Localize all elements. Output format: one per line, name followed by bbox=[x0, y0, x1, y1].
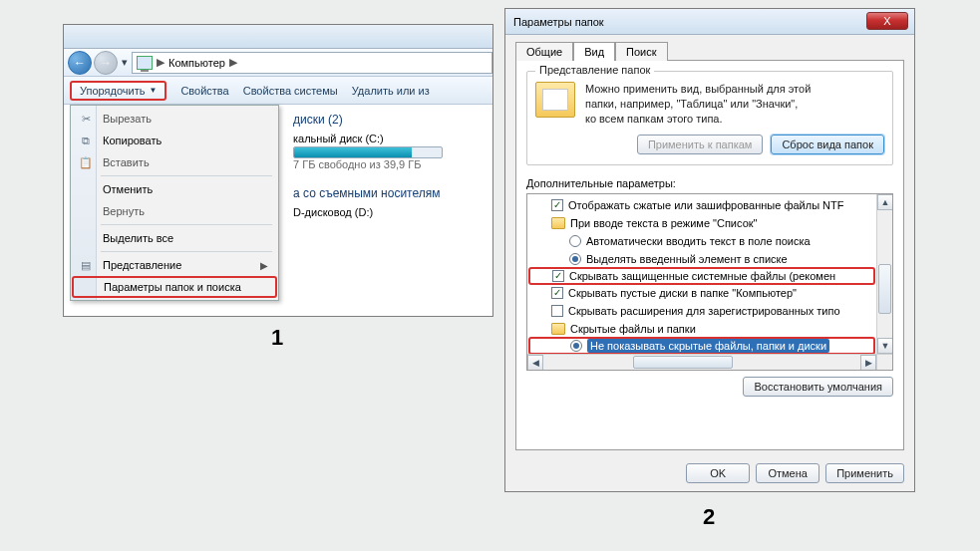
toolbar-remove[interactable]: Удалить или из bbox=[352, 85, 430, 97]
local-disk-label: кальный диск (C:) bbox=[293, 133, 384, 144]
opt-highlight-typed[interactable]: Выделять введенный элемент в списке bbox=[529, 250, 874, 268]
menu-cut[interactable]: ✂ Вырезать bbox=[73, 108, 276, 130]
opt-show-encrypted-label: Отображать сжатые или зашифрованные файл… bbox=[568, 199, 843, 211]
toolbar-properties[interactable]: Свойства bbox=[180, 85, 228, 97]
scroll-up-icon[interactable]: ▲ bbox=[877, 194, 893, 210]
removable-heading: а со съемными носителям bbox=[293, 186, 487, 200]
radio-icon[interactable] bbox=[569, 235, 581, 247]
drive-usage-fill bbox=[294, 147, 412, 157]
menu-undo-label: Отменить bbox=[103, 183, 153, 195]
opt-hide-protected[interactable]: ✓ Скрывать защищенные системные файлы (р… bbox=[528, 267, 875, 285]
opt-hidden-group-label: Скрытые файлы и папки bbox=[570, 323, 696, 335]
restore-defaults-button[interactable]: Восстановить умолчания bbox=[743, 377, 893, 397]
scroll-right-icon[interactable]: ▶ bbox=[860, 355, 876, 371]
scroll-thumb[interactable] bbox=[633, 356, 733, 369]
crumb-sep-icon: ▶ bbox=[157, 56, 164, 69]
dialog-title: Параметры папок bbox=[513, 16, 604, 28]
radio-icon[interactable] bbox=[570, 340, 582, 352]
tab-search[interactable]: Поиск bbox=[615, 42, 667, 61]
cancel-button[interactable]: Отмена bbox=[756, 463, 819, 483]
scroll-track[interactable] bbox=[543, 355, 860, 370]
nav-row: ← → ▾ ▶ Компьютер ▶ bbox=[64, 49, 492, 77]
menu-select-all[interactable]: Выделить все bbox=[73, 227, 276, 249]
opt-hide-empty-drives-label: Скрывать пустые диски в папке "Компьютер… bbox=[568, 287, 797, 299]
address-bar[interactable]: ▶ Компьютер ▶ bbox=[132, 52, 492, 74]
step-1-label: 1 bbox=[271, 325, 283, 351]
checkbox-icon[interactable]: ✓ bbox=[552, 270, 564, 282]
checkbox-icon[interactable]: ✓ bbox=[551, 287, 563, 299]
vertical-scrollbar[interactable]: ▲ ▼ bbox=[876, 194, 892, 354]
menu-redo[interactable]: Вернуть bbox=[73, 200, 276, 222]
apply-to-folders-button[interactable]: Применить к папкам bbox=[637, 135, 764, 154]
opt-auto-search[interactable]: Автоматически вводить текст в поле поиск… bbox=[529, 232, 874, 250]
folder-options-dialog: Параметры папок X Общие Вид Поиск Предст… bbox=[504, 8, 915, 492]
menu-cut-label: Вырезать bbox=[103, 113, 152, 125]
scroll-down-icon[interactable]: ▼ bbox=[877, 338, 893, 354]
reset-folder-view-button[interactable]: Сброс вида папок bbox=[771, 135, 884, 154]
explorer-titlebar bbox=[64, 25, 492, 49]
checkbox-icon[interactable]: ✓ bbox=[551, 199, 563, 211]
scroll-left-icon[interactable]: ◀ bbox=[527, 355, 543, 371]
drive-free-text: 7 ГБ свободно из 39,9 ГБ bbox=[293, 158, 487, 170]
menu-copy[interactable]: ⧉ Копировать bbox=[73, 130, 276, 151]
menu-folder-options[interactable]: Параметры папок и поиска bbox=[72, 276, 277, 298]
opt-auto-search-label: Автоматически вводить текст в поле поиск… bbox=[586, 235, 811, 247]
menu-folder-options-label: Параметры папок и поиска bbox=[104, 281, 241, 293]
tab-view[interactable]: Вид bbox=[573, 42, 615, 61]
dialog-button-bar: OK Отмена Применить bbox=[515, 463, 904, 483]
opt-hide-extensions[interactable]: Скрывать расширения для зарегистрированн… bbox=[529, 302, 874, 320]
folder-icon bbox=[551, 217, 565, 229]
menu-undo[interactable]: Отменить bbox=[73, 178, 276, 200]
explorer-toolbar: Упорядочить ▼ Свойства Свойства системы … bbox=[64, 77, 492, 105]
breadcrumb-computer[interactable]: Компьютер bbox=[168, 57, 225, 69]
advanced-label: Дополнительные параметры: bbox=[526, 177, 893, 189]
toolbar-system-properties[interactable]: Свойства системы bbox=[243, 85, 338, 97]
drive-dvd[interactable]: D-дисковод (D:) bbox=[293, 206, 487, 218]
apply-button[interactable]: Применить bbox=[825, 463, 904, 483]
folder-view-group-title: Представление папок bbox=[535, 64, 654, 76]
layout-icon: ▤ bbox=[78, 259, 94, 272]
opt-hide-empty-drives[interactable]: ✓ Скрывать пустые диски в папке "Компьют… bbox=[529, 284, 874, 302]
tab-pane-view: Представление папок Можно применить вид,… bbox=[515, 60, 904, 450]
menu-separator bbox=[101, 251, 272, 252]
nav-back-button[interactable]: ← bbox=[68, 51, 92, 75]
tab-general[interactable]: Общие bbox=[515, 42, 573, 61]
drives-heading: диски (2) bbox=[293, 113, 487, 127]
opt-hide-protected-label: Скрывать защищенные системные файлы (рек… bbox=[569, 270, 835, 282]
advanced-settings-box: ✓ Отображать сжатые или зашифрованные фа… bbox=[526, 193, 893, 371]
opt-show-encrypted[interactable]: ✓ Отображать сжатые или зашифрованные фа… bbox=[529, 196, 874, 214]
organize-button[interactable]: Упорядочить ▼ bbox=[70, 81, 166, 101]
opt-dont-show-hidden[interactable]: Не показывать скрытые файлы, папки и дис… bbox=[528, 337, 875, 354]
folder-view-text: Можно применить вид, выбранный для этой … bbox=[585, 82, 811, 127]
opt-list-typing-group: При вводе текста в режиме "Список" bbox=[529, 214, 874, 232]
nav-history-dropdown[interactable]: ▾ bbox=[120, 51, 130, 75]
folder-view-text-1: Можно применить вид, выбранный для этой bbox=[585, 82, 811, 97]
scroll-corner bbox=[876, 354, 892, 370]
scissors-icon: ✂ bbox=[78, 113, 94, 126]
computer-icon bbox=[137, 56, 153, 70]
menu-select-all-label: Выделить все bbox=[103, 232, 173, 244]
menu-paste[interactable]: 📋 Вставить bbox=[73, 151, 276, 173]
ok-button[interactable]: OK bbox=[686, 463, 750, 483]
dvd-label: D-дисковод (D:) bbox=[293, 206, 373, 218]
nav-forward-button[interactable]: → bbox=[94, 51, 118, 75]
folder-icon bbox=[535, 82, 575, 118]
folder-view-text-3: ко всем папкам этого типа. bbox=[585, 112, 811, 127]
explorer-content: диски (2) кальный диск (C:) 7 ГБ свободн… bbox=[293, 113, 487, 218]
advanced-settings-list[interactable]: ✓ Отображать сжатые или зашифрованные фа… bbox=[527, 194, 876, 354]
menu-view[interactable]: ▤ Представление ▶ bbox=[73, 254, 276, 276]
menu-view-label: Представление bbox=[103, 259, 181, 271]
close-button[interactable]: X bbox=[866, 12, 908, 30]
dialog-body: Общие Вид Поиск Представление папок Можн… bbox=[505, 35, 914, 491]
opt-highlight-typed-label: Выделять введенный элемент в списке bbox=[586, 253, 788, 265]
explorer-body: ✂ Вырезать ⧉ Копировать 📋 Вставить Отмен… bbox=[64, 105, 492, 316]
checkbox-icon[interactable] bbox=[551, 305, 563, 317]
horizontal-scrollbar[interactable]: ◀ ▶ bbox=[527, 354, 876, 370]
opt-dont-show-hidden-label: Не показывать скрытые файлы, папки и дис… bbox=[587, 339, 829, 353]
drive-local-c[interactable]: кальный диск (C:) bbox=[293, 133, 487, 144]
dialog-titlebar: Параметры папок X bbox=[505, 9, 914, 35]
explorer-window: ← → ▾ ▶ Компьютер ▶ Упорядочить ▼ Свойст… bbox=[63, 24, 493, 317]
opt-hide-extensions-label: Скрывать расширения для зарегистрированн… bbox=[568, 305, 840, 317]
radio-icon[interactable] bbox=[569, 253, 581, 265]
scroll-thumb[interactable] bbox=[878, 264, 891, 314]
